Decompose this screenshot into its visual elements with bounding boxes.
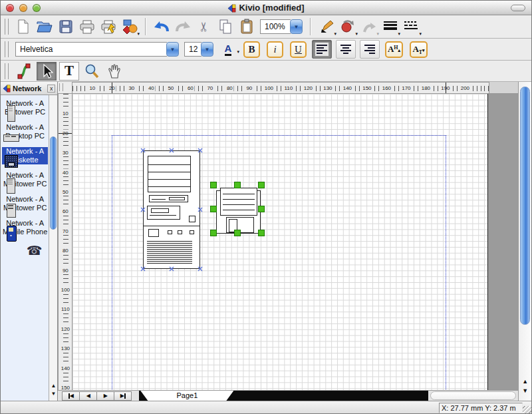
- horizontal-ruler-row: 1020304050607080901001101201301401501601…: [58, 82, 518, 94]
- subscript-button[interactable]: AT▾: [410, 41, 428, 58]
- stencil-shapes-icon: [121, 18, 138, 35]
- bigtower-pc-stencil[interactable]: [139, 146, 204, 276]
- italic-button[interactable]: i: [267, 41, 283, 58]
- align-right-icon: [363, 43, 376, 56]
- pan-tool-button[interactable]: [104, 62, 124, 81]
- select-tool-button[interactable]: [37, 62, 57, 81]
- dropdown-caret-icon: ▾: [376, 31, 379, 36]
- open-document-button[interactable]: [34, 17, 55, 37]
- subscript-icon: AT▾: [412, 44, 424, 55]
- scroll-down-icon[interactable]: ▼: [519, 386, 531, 395]
- new-document-icon: [15, 19, 31, 35]
- fill-color-button[interactable]: ▾: [337, 17, 358, 37]
- first-page-button[interactable]: ◀: [62, 391, 80, 401]
- stencil-list-item[interactable]: Network - A Diskette: [2, 147, 48, 165]
- line-width-icon: [382, 19, 398, 35]
- page-tab[interactable]: Page1: [140, 391, 233, 401]
- resize-grip[interactable]: [523, 406, 531, 414]
- dropdown-caret-icon: ▾: [355, 31, 358, 36]
- dropdown-arrow-icon: ▼: [205, 47, 210, 53]
- status-bar: X: 27.77 mm Y: 2.37 m: [1, 401, 531, 414]
- dropdown-arrow-icon: ▼: [170, 47, 176, 53]
- new-document-button[interactable]: [13, 17, 34, 37]
- cut-button[interactable]: ✂: [194, 17, 215, 37]
- text-color-button[interactable]: A▾: [216, 39, 240, 59]
- align-center-button[interactable]: [336, 40, 356, 59]
- sidebar-scrollbar[interactable]: ▲ ▼: [49, 95, 57, 401]
- line-color-button[interactable]: ▾: [316, 17, 337, 37]
- text-tool-button[interactable]: T: [59, 62, 79, 81]
- print-button[interactable]: [76, 17, 98, 37]
- copy-button[interactable]: [215, 17, 236, 37]
- zoom-combobox[interactable]: 100% ▼: [260, 19, 303, 34]
- stencil-list-item[interactable]: Network - A Desktop PC: [2, 123, 48, 141]
- close-stencil-set-button[interactable]: x: [47, 85, 55, 93]
- sidebar-scrollbar-thumb[interactable]: [50, 136, 57, 230]
- font-size-combobox[interactable]: 12 ▼: [184, 42, 213, 57]
- magnifier-icon: [84, 63, 100, 79]
- underline-button[interactable]: U: [290, 41, 307, 58]
- horizontal-scrollbar[interactable]: [430, 391, 516, 400]
- font-family-combobox[interactable]: Helvetica ▼: [15, 42, 179, 57]
- align-right-button[interactable]: [360, 40, 380, 59]
- scroll-down-icon[interactable]: ▼: [49, 390, 57, 398]
- print-preview-button[interactable]: [98, 17, 119, 37]
- toolbar-toggle-button[interactable]: [511, 5, 525, 11]
- print-preview-icon: [100, 19, 117, 35]
- dropdown-caret-icon: ▾: [334, 31, 336, 36]
- title-bar[interactable]: Kivio [modified]: [1, 1, 531, 15]
- next-page-icon: ▶: [104, 393, 108, 399]
- connector-arrows-button[interactable]: ▾: [358, 17, 380, 37]
- toolbar-handle[interactable]: [5, 63, 9, 79]
- superscript-button[interactable]: AH▴: [385, 41, 403, 58]
- font-size-dropdown-button[interactable]: ▼: [201, 42, 213, 57]
- toolbar-handle[interactable]: [5, 19, 9, 35]
- previous-page-button[interactable]: ◀: [79, 391, 97, 401]
- font-family-value[interactable]: Helvetica: [15, 42, 167, 57]
- cursor-coordinates: X: 27.77 mm Y: 2.37 m: [439, 403, 523, 413]
- stencil-list-item[interactable]: Network - A Minitower PC: [2, 195, 48, 213]
- tools-toolbar: T: [1, 61, 531, 82]
- dropdown-caret-icon: ▾: [419, 31, 422, 36]
- window-title: Kivio [modified]: [1, 3, 531, 13]
- zoom-tool-button[interactable]: [82, 62, 102, 81]
- vertical-scrollbar-thumb[interactable]: [520, 87, 530, 325]
- line-style-button[interactable]: ▾: [401, 17, 422, 37]
- superscript-icon: AH▴: [388, 44, 400, 55]
- paste-button[interactable]: [236, 17, 257, 37]
- redo-button[interactable]: [172, 17, 194, 37]
- vertical-scrollbar-arrows: ▲ ▼: [519, 377, 531, 395]
- align-left-button[interactable]: [312, 40, 332, 59]
- save-button[interactable]: [55, 17, 76, 37]
- zoom-value[interactable]: 100%: [260, 19, 291, 34]
- copy-pages-icon: [217, 19, 233, 35]
- last-page-button[interactable]: ▶: [114, 391, 132, 401]
- vertical-scrollbar[interactable]: ▲ ▼: [518, 82, 531, 401]
- add-stencil-set-button[interactable]: ▾: [119, 17, 140, 37]
- stencil-set-tab[interactable]: Network x: [1, 82, 57, 95]
- diskette-stencil-selected[interactable]: [208, 180, 267, 241]
- text-color-icon: A: [225, 43, 232, 56]
- undo-button[interactable]: [151, 17, 172, 37]
- save-floppy-icon: [58, 19, 74, 35]
- drawing-canvas[interactable]: [72, 94, 518, 390]
- line-width-button[interactable]: ▾: [380, 17, 401, 37]
- zoom-dropdown-button[interactable]: ▼: [290, 19, 303, 34]
- stencil-list-item[interactable]: [2, 243, 48, 255]
- toolbar-handle[interactable]: [5, 41, 9, 57]
- font-size-value[interactable]: 12: [184, 42, 201, 57]
- next-page-button[interactable]: ▶: [96, 391, 114, 401]
- scroll-up-icon[interactable]: ▲: [49, 382, 57, 390]
- text-tool-icon: T: [65, 63, 74, 79]
- format-toolbar: Helvetica ▼ 12 ▼ A▾ B i U AH▴ AT▾: [1, 39, 531, 61]
- stencil-list-item[interactable]: Network - A Bigtower PC: [2, 99, 48, 117]
- scroll-up-icon[interactable]: ▲: [519, 377, 531, 386]
- stencil-list-item[interactable]: Network - A Miditower PC: [2, 171, 48, 189]
- previous-page-icon: ◀: [86, 393, 90, 399]
- stencil-list-item[interactable]: Network - A Mobile Phone: [2, 219, 48, 237]
- connector-tool-button[interactable]: [14, 62, 34, 81]
- paste-clipboard-icon: [239, 19, 255, 35]
- pencil-icon: [319, 19, 334, 35]
- font-family-dropdown-button[interactable]: ▼: [166, 42, 179, 57]
- bold-button[interactable]: B: [243, 41, 260, 58]
